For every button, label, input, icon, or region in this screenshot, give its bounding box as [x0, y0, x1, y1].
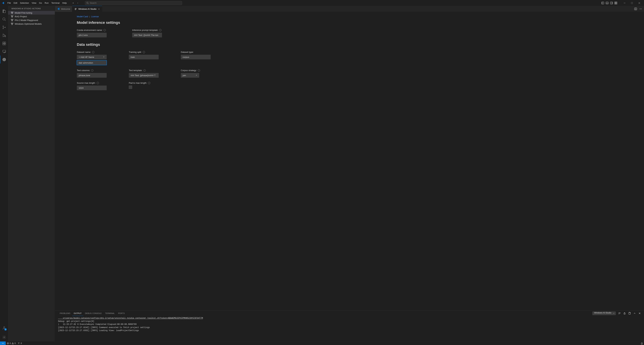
select-add-hf-name[interactable]: + Add HF Name	[77, 55, 107, 59]
problems-status[interactable]: 0 0	[6, 342, 16, 345]
activity-remote-explorer-icon[interactable]	[0, 48, 8, 56]
menu-selection[interactable]: Selection	[18, 1, 30, 5]
info-icon[interactable]: i	[92, 51, 94, 53]
search-input[interactable]	[90, 2, 180, 4]
activity-settings-icon[interactable]	[0, 333, 8, 341]
input-dataset-name[interactable]	[77, 60, 107, 65]
input-dataset-type[interactable]	[181, 55, 211, 59]
svg-rect-20	[3, 42, 4, 43]
window-maximize-icon[interactable]	[628, 0, 636, 6]
window-minimize-icon[interactable]	[621, 0, 628, 6]
maximize-panel-icon[interactable]	[633, 312, 636, 315]
remote-indicator-icon[interactable]	[0, 342, 6, 345]
svg-point-17	[3, 28, 4, 29]
input-training-split[interactable]	[129, 55, 159, 59]
output-body[interactable]: vriveras/model-catalog/configs/phi-2/set…	[55, 316, 644, 341]
panel-tab-ports[interactable]: PORTS	[116, 310, 126, 316]
toggle-panel-icon[interactable]	[606, 2, 608, 4]
sidebar-item-windows-optimized-models[interactable]: Windows Optimized Models	[8, 22, 55, 26]
info-icon[interactable]: i	[159, 29, 162, 31]
sidebar-item-model-fine-tuning[interactable]: Model Fine-tuning	[8, 11, 55, 14]
svg-point-35	[12, 17, 12, 18]
nav-forward-icon[interactable]	[76, 1, 80, 5]
clear-output-icon[interactable]	[628, 312, 631, 315]
menu-edit[interactable]: Edit	[12, 1, 18, 5]
tab-ai-studio[interactable]: Windows AI Studio	[72, 6, 102, 12]
info-icon[interactable]: i	[96, 82, 99, 84]
panel-tab-debug-console[interactable]: DEBUG CONSOLE	[83, 310, 104, 316]
lock-scroll-icon[interactable]	[623, 312, 626, 315]
license-link[interactable]: License	[91, 15, 99, 18]
sidebar-item-phi2-playground[interactable]: Phi-2 Model Playground	[8, 18, 55, 22]
tab-welcome[interactable]: Welcome	[55, 6, 72, 12]
menu-help[interactable]: Help	[61, 1, 68, 5]
svg-point-33	[11, 16, 12, 16]
bottom-panel: PROBLEMS OUTPUT DEBUG CONSOLE TERMINAL P…	[55, 310, 644, 341]
label-pad-max-len: Pad to max length:i	[129, 82, 176, 84]
ports-count: 0	[21, 342, 22, 344]
activity-run-debug-icon[interactable]	[0, 31, 8, 40]
info-icon[interactable]: i	[143, 51, 145, 53]
svg-rect-12	[631, 2, 633, 4]
info-icon[interactable]: i	[144, 69, 146, 72]
flow-icon	[11, 15, 14, 18]
split-editor-icon[interactable]	[634, 8, 637, 10]
close-panel-icon[interactable]	[638, 312, 641, 315]
sidebar: WINDOWS AI STUDIO: ACTIONS Model Fine-tu…	[8, 6, 55, 341]
sidebar-item-rag-project[interactable]: RAG Project	[8, 14, 55, 18]
activity-source-control-icon[interactable]	[0, 23, 8, 31]
header-links: Model Card | License	[77, 15, 644, 18]
activity-explorer-icon[interactable]	[0, 7, 8, 15]
nav-back-icon[interactable]	[71, 1, 75, 5]
word-wrap-icon[interactable]	[618, 312, 621, 315]
model-card-link[interactable]: Model Card	[77, 15, 88, 18]
input-conda-env[interactable]	[77, 33, 107, 38]
output-link[interactable]: vriveras/model-catalog/configs/phi-2/set…	[58, 317, 203, 319]
menu-view[interactable]: View	[30, 1, 38, 5]
input-source-max-len[interactable]	[77, 86, 107, 90]
activity-accounts-icon[interactable]: 1	[0, 324, 8, 332]
tabbar: Welcome Windows AI Studio	[55, 6, 644, 12]
toggle-secondary-sidebar-icon[interactable]	[610, 2, 613, 4]
panel-tabs: PROBLEMS OUTPUT DEBUG CONSOLE TERMINAL P…	[55, 310, 644, 316]
panel-tab-terminal[interactable]: TERMINAL	[103, 310, 116, 316]
activity-search-icon[interactable]	[0, 15, 8, 23]
layout-icons	[602, 2, 617, 4]
info-icon[interactable]: i	[198, 69, 200, 72]
activity-extensions-icon[interactable]	[0, 40, 8, 48]
notifications-icon[interactable]	[640, 342, 644, 345]
info-icon[interactable]: i	[148, 82, 150, 84]
sidebar-list: Model Fine-tuning RAG Project Phi-2 Mode…	[8, 11, 55, 26]
info-icon[interactable]: i	[104, 29, 106, 31]
sidebar-item-label: Windows Optimized Models	[15, 23, 42, 25]
output-channel-select[interactable]: Windows-AI-Studio	[592, 312, 616, 315]
input-text-columns[interactable]	[77, 73, 107, 78]
toggle-primary-sidebar-icon[interactable]	[602, 2, 604, 4]
activity-ai-studio-icon[interactable]	[0, 56, 8, 64]
info-icon[interactable]: i	[91, 69, 94, 72]
close-icon[interactable]	[98, 8, 100, 10]
warning-icon	[12, 342, 14, 344]
svg-rect-3	[606, 2, 608, 4]
more-icon[interactable]	[639, 8, 642, 10]
section-data-title: Data settings	[77, 42, 644, 47]
input-prompt-template[interactable]	[132, 33, 162, 38]
menu-run[interactable]: Run	[43, 1, 50, 5]
window-close-icon[interactable]	[636, 0, 643, 6]
menu-terminal[interactable]: Terminal	[50, 1, 61, 5]
output-line: Debug: get-project-settings[0]	[58, 320, 94, 322]
svg-point-16	[3, 26, 4, 26]
label-text-columns: Text columns:i	[77, 69, 124, 72]
customize-layout-icon[interactable]	[614, 2, 617, 4]
menu-go[interactable]: Go	[38, 1, 43, 5]
panel-tab-output[interactable]: OUTPUT	[72, 310, 83, 316]
panel-tab-problems[interactable]: PROBLEMS	[58, 310, 72, 316]
input-text-template[interactable]	[129, 73, 159, 78]
command-search[interactable]	[85, 1, 182, 5]
ports-status[interactable]: 0	[16, 342, 23, 345]
titlebar: File Edit Selection View Go Run Terminal…	[0, 0, 644, 6]
svg-rect-22	[3, 44, 4, 45]
menu-file[interactable]: File	[6, 1, 12, 5]
checkbox-pad-max-len[interactable]	[129, 86, 132, 89]
select-corpus-strategy[interactable]: join	[181, 73, 199, 78]
